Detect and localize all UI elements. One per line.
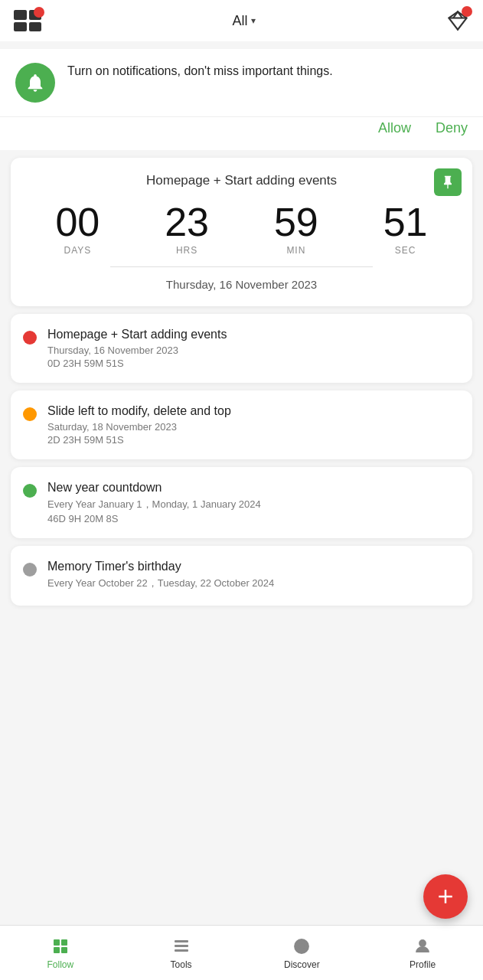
nav-profile[interactable]: Profile [362, 930, 483, 976]
header-badge [34, 7, 44, 18]
countdown-card: Homepage + Start adding events 00 DAYS 2… [11, 158, 472, 306]
hrs-value: 23 [132, 202, 242, 242]
min-label: MIN [242, 245, 351, 256]
discover-label: Discover [284, 959, 320, 970]
countdown-timer: 00 DAYS 23 HRS 59 MIN 51 SEC [23, 202, 460, 256]
event-row: Memory Timer's birthday Every Year Octob… [23, 560, 460, 592]
notification-actions: Allow Deny [0, 117, 483, 150]
allow-button[interactable]: Allow [378, 120, 411, 136]
add-event-fab[interactable] [423, 874, 468, 919]
svg-rect-0 [54, 939, 60, 946]
event-card[interactable]: Slide left to modify, delete and top Sat… [11, 390, 472, 459]
event-list: Homepage + Start adding events Thursday,… [0, 314, 483, 606]
event-countdown: 0D 23H 59M 51S [47, 358, 460, 369]
tools-label: Tools [171, 959, 192, 970]
svg-rect-4 [175, 940, 188, 942]
timer-sec: 51 SEC [351, 202, 460, 256]
event-title: Memory Timer's birthday [47, 560, 460, 573]
svg-rect-2 [54, 947, 60, 953]
nav-discover[interactable]: Discover [242, 930, 363, 976]
notification-banner: Turn on notifications, don't miss import… [0, 49, 483, 117]
profile-label: Profile [410, 959, 436, 970]
event-dot [23, 331, 37, 345]
event-info: Homepage + Start adding events Thursday,… [47, 328, 460, 369]
header: All ▾ [0, 0, 483, 41]
svg-rect-1 [61, 939, 67, 946]
main-content: Turn on notifications, don't miss import… [0, 49, 483, 682]
event-info: Memory Timer's birthday Every Year Octob… [47, 560, 460, 592]
deny-button[interactable]: Deny [436, 120, 468, 136]
event-info: New year countdown Every Year January 1，… [47, 481, 460, 524]
divider [110, 266, 373, 267]
notification-icon [15, 63, 55, 103]
countdown-date: Thursday, 16 November 2023 [23, 278, 460, 291]
bottom-navigation: Follow Tools Discover Profile [0, 925, 483, 980]
svg-point-9 [419, 940, 426, 946]
event-row: New year countdown Every Year January 1，… [23, 481, 460, 524]
favorites-button[interactable] [446, 9, 469, 32]
svg-rect-3 [61, 947, 67, 953]
svg-rect-6 [175, 949, 188, 952]
event-dot [23, 407, 37, 421]
event-date: Thursday, 16 November 2023 [47, 345, 460, 356]
timer-days: 00 DAYS [23, 202, 132, 256]
svg-rect-5 [175, 945, 188, 947]
min-value: 59 [242, 202, 351, 242]
nav-tools[interactable]: Tools [121, 930, 242, 976]
header-right-badge [462, 6, 472, 17]
event-row: Homepage + Start adding events Thursday,… [23, 328, 460, 369]
event-title: Homepage + Start adding events [47, 328, 460, 341]
event-card[interactable]: Homepage + Start adding events Thursday,… [11, 314, 472, 383]
tools-icon [171, 936, 191, 956]
follow-label: Follow [47, 959, 74, 970]
event-row: Slide left to modify, delete and top Sat… [23, 404, 460, 446]
svg-point-8 [299, 944, 304, 949]
sec-value: 51 [351, 202, 460, 242]
nav-follow[interactable]: Follow [0, 930, 121, 976]
event-dot [23, 484, 37, 498]
days-value: 00 [23, 202, 132, 242]
menu-button[interactable] [14, 10, 41, 31]
timer-min: 59 MIN [242, 202, 351, 256]
event-card[interactable]: Memory Timer's birthday Every Year Octob… [11, 546, 472, 606]
countdown-title: Homepage + Start adding events [23, 173, 460, 188]
event-card[interactable]: New year countdown Every Year January 1，… [11, 467, 472, 538]
filter-dropdown[interactable]: All ▾ [232, 13, 255, 29]
chevron-down-icon: ▾ [251, 15, 256, 26]
days-label: DAYS [23, 245, 132, 256]
pin-button[interactable] [434, 168, 462, 196]
profile-icon [413, 936, 432, 956]
event-info: Slide left to modify, delete and top Sat… [47, 404, 460, 446]
event-title: Slide left to modify, delete and top [47, 404, 460, 418]
discover-icon [292, 936, 312, 956]
event-countdown: 46D 9H 20M 8S [47, 513, 460, 524]
event-date: Every Year January 1，Monday, 1 January 2… [47, 498, 460, 511]
event-countdown: 2D 23H 59M 51S [47, 434, 460, 446]
filter-label: All [232, 13, 247, 29]
event-dot [23, 563, 37, 577]
hrs-label: HRS [132, 245, 242, 256]
notification-text: Turn on notifications, don't miss import… [67, 63, 468, 80]
sec-label: SEC [351, 245, 460, 256]
event-date: Every Year October 22，Tuesday, 22 Octobe… [47, 577, 460, 590]
timer-hrs: 23 HRS [132, 202, 242, 256]
follow-icon [51, 936, 70, 956]
event-title: New year countdown [47, 481, 460, 495]
event-date: Saturday, 18 November 2023 [47, 421, 460, 433]
